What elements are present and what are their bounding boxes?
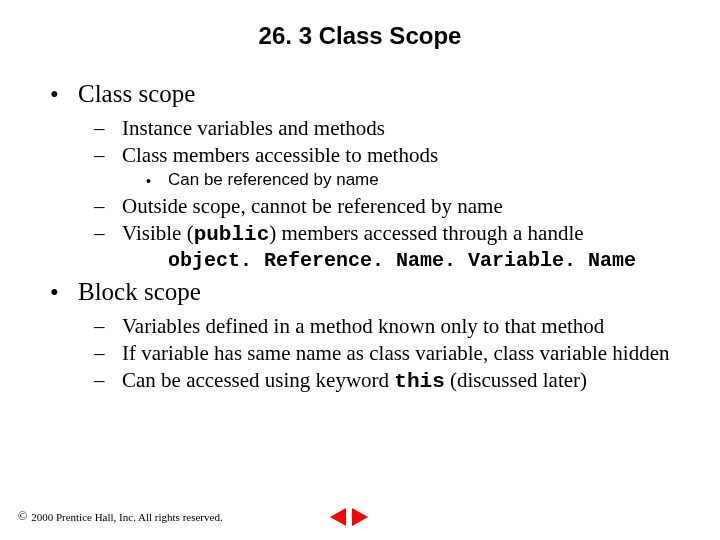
code-inline: public (194, 223, 270, 246)
code-inline: this (394, 370, 444, 393)
bullet-dash: – (94, 116, 122, 141)
code-line: object. Reference. Name. Variable. Name (50, 249, 690, 272)
bullet-text: Block scope (78, 278, 690, 306)
bullet-text: Class members accessible to methods (122, 143, 690, 168)
bullet-text: Variables defined in a method known only… (122, 314, 690, 339)
bullet-dash: – (94, 221, 122, 246)
bullet-dot: • (50, 80, 78, 110)
slide-content: • Class scope – Instance variables and m… (0, 80, 720, 393)
bullet-dash: – (94, 341, 122, 366)
bullet-level2: – Outside scope, cannot be referenced by… (50, 194, 690, 219)
bullet-dot: • (146, 170, 168, 192)
text-fragment: Can be accessed using keyword (122, 368, 394, 392)
bullet-level2: – Can be accessed using keyword this (di… (50, 368, 690, 393)
bullet-text: If variable has same name as class varia… (122, 341, 690, 366)
footer-copyright: © 2000 Prentice Hall, Inc. All rights re… (18, 509, 223, 524)
bullet-level2: – Visible (public) members accessed thro… (50, 221, 690, 246)
bullet-text: Can be accessed using keyword this (disc… (122, 368, 690, 393)
bullet-level2: – Class members accessible to methods (50, 143, 690, 168)
bullet-text: Class scope (78, 80, 690, 108)
bullet-level2: – Instance variables and methods (50, 116, 690, 141)
bullet-dash: – (94, 368, 122, 393)
bullet-text: Instance variables and methods (122, 116, 690, 141)
bullet-level2: – Variables defined in a method known on… (50, 314, 690, 339)
bullet-text: Visible (public) members accessed throug… (122, 221, 690, 246)
next-arrow-icon[interactable] (352, 508, 368, 526)
bullet-level3: • Can be referenced by name (50, 170, 690, 192)
bullet-text: Outside scope, cannot be referenced by n… (122, 194, 690, 219)
copyright-text: 2000 Prentice Hall, Inc. All rights rese… (31, 511, 223, 523)
bullet-dash: – (94, 143, 122, 168)
bullet-text: Can be referenced by name (168, 170, 690, 190)
bullet-level1: • Block scope (50, 278, 690, 308)
bullet-dash: – (94, 194, 122, 219)
bullet-dot: • (50, 278, 78, 308)
text-fragment: (discussed later) (445, 368, 587, 392)
nav-arrows (330, 508, 368, 526)
bullet-dash: – (94, 314, 122, 339)
copyright-symbol: © (18, 509, 27, 524)
prev-arrow-icon[interactable] (330, 508, 346, 526)
bullet-level2: – If variable has same name as class var… (50, 341, 690, 366)
text-fragment: Visible ( (122, 221, 194, 245)
bullet-level1: • Class scope (50, 80, 690, 110)
slide-title: 26. 3 Class Scope (0, 0, 720, 80)
text-fragment: ) members accessed through a handle (269, 221, 583, 245)
